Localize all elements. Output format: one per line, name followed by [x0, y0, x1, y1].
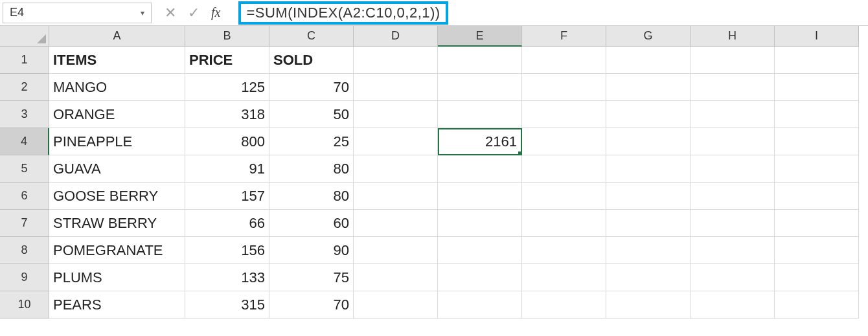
cell-B2[interactable]: 125 — [185, 74, 269, 101]
cell-C10[interactable]: 70 — [269, 291, 354, 319]
cell-I3[interactable] — [775, 101, 859, 128]
cell-E6[interactable] — [438, 183, 522, 210]
row-header-2[interactable]: 2 — [0, 74, 49, 101]
cell-A8[interactable]: POMEGRANATE — [49, 237, 185, 264]
cell-A6[interactable]: GOOSE BERRY — [49, 183, 185, 210]
cell-H6[interactable] — [691, 183, 775, 210]
col-header-F[interactable]: F — [522, 26, 606, 47]
cell-A4[interactable]: PINEAPPLE — [49, 128, 185, 155]
cell-D8[interactable] — [354, 237, 438, 264]
cell-H8[interactable] — [691, 237, 775, 264]
cell-B1[interactable]: PRICE — [185, 47, 269, 74]
cell-E8[interactable] — [438, 237, 522, 264]
name-box[interactable]: E4 ▾ — [3, 3, 152, 23]
cell-E4[interactable]: 2161 — [438, 128, 522, 155]
cell-G4[interactable] — [606, 128, 691, 155]
cell-A2[interactable]: MANGO — [49, 74, 185, 101]
cell-B9[interactable]: 133 — [185, 264, 269, 291]
row-header-9[interactable]: 9 — [0, 264, 49, 291]
cell-G1[interactable] — [606, 47, 691, 74]
cell-I10[interactable] — [775, 291, 859, 319]
cell-I5[interactable] — [775, 155, 859, 183]
formula-input[interactable]: =SUM(INDEX(A2:C10,0,2,1)) — [238, 1, 448, 25]
cell-E1[interactable] — [438, 47, 522, 74]
fx-icon[interactable]: fx — [211, 5, 220, 20]
cell-F7[interactable] — [522, 210, 606, 237]
row-header-1[interactable]: 1 — [0, 47, 49, 74]
select-all-corner[interactable] — [0, 26, 49, 47]
row-header-3[interactable]: 3 — [0, 101, 49, 128]
cell-D6[interactable] — [354, 183, 438, 210]
cell-D10[interactable] — [354, 291, 438, 319]
cell-F8[interactable] — [522, 237, 606, 264]
cell-B6[interactable]: 157 — [185, 183, 269, 210]
cell-A3[interactable]: ORANGE — [49, 101, 185, 128]
cell-E10[interactable] — [438, 291, 522, 319]
cell-I2[interactable] — [775, 74, 859, 101]
cell-G5[interactable] — [606, 155, 691, 183]
cell-A1[interactable]: ITEMS — [49, 47, 185, 74]
cell-B7[interactable]: 66 — [185, 210, 269, 237]
cell-D5[interactable] — [354, 155, 438, 183]
cell-F4[interactable] — [522, 128, 606, 155]
cell-E7[interactable] — [438, 210, 522, 237]
col-header-D[interactable]: D — [354, 26, 438, 47]
cell-G7[interactable] — [606, 210, 691, 237]
cell-G2[interactable] — [606, 74, 691, 101]
cell-D3[interactable] — [354, 101, 438, 128]
row-header-7[interactable]: 7 — [0, 210, 49, 237]
col-header-G[interactable]: G — [606, 26, 691, 47]
cell-B8[interactable]: 156 — [185, 237, 269, 264]
cell-D7[interactable] — [354, 210, 438, 237]
row-header-5[interactable]: 5 — [0, 155, 49, 183]
cell-C7[interactable]: 60 — [269, 210, 354, 237]
row-header-6[interactable]: 6 — [0, 183, 49, 210]
col-header-B[interactable]: B — [185, 26, 269, 47]
row-header-4[interactable]: 4 — [0, 128, 49, 155]
cell-H1[interactable] — [691, 47, 775, 74]
cell-I4[interactable] — [775, 128, 859, 155]
cell-I6[interactable] — [775, 183, 859, 210]
cell-E3[interactable] — [438, 101, 522, 128]
cell-H5[interactable] — [691, 155, 775, 183]
cell-A9[interactable]: PLUMS — [49, 264, 185, 291]
cell-H9[interactable] — [691, 264, 775, 291]
cell-H10[interactable] — [691, 291, 775, 319]
cell-H4[interactable] — [691, 128, 775, 155]
cell-C1[interactable]: SOLD — [269, 47, 354, 74]
cell-H3[interactable] — [691, 101, 775, 128]
col-header-A[interactable]: A — [49, 26, 185, 47]
cell-H2[interactable] — [691, 74, 775, 101]
cell-I9[interactable] — [775, 264, 859, 291]
cell-G3[interactable] — [606, 101, 691, 128]
cell-B4[interactable]: 800 — [185, 128, 269, 155]
cell-I1[interactable] — [775, 47, 859, 74]
cell-F6[interactable] — [522, 183, 606, 210]
cell-D4[interactable] — [354, 128, 438, 155]
cell-E5[interactable] — [438, 155, 522, 183]
cell-D9[interactable] — [354, 264, 438, 291]
cell-B5[interactable]: 91 — [185, 155, 269, 183]
cell-C4[interactable]: 25 — [269, 128, 354, 155]
cell-C3[interactable]: 50 — [269, 101, 354, 128]
row-header-8[interactable]: 8 — [0, 237, 49, 264]
cell-G10[interactable] — [606, 291, 691, 319]
cell-F1[interactable] — [522, 47, 606, 74]
cell-F2[interactable] — [522, 74, 606, 101]
cell-F9[interactable] — [522, 264, 606, 291]
cell-I7[interactable] — [775, 210, 859, 237]
cell-C6[interactable]: 80 — [269, 183, 354, 210]
cell-C9[interactable]: 75 — [269, 264, 354, 291]
col-header-C[interactable]: C — [269, 26, 354, 47]
cell-E9[interactable] — [438, 264, 522, 291]
cell-I8[interactable] — [775, 237, 859, 264]
cell-B3[interactable]: 318 — [185, 101, 269, 128]
cell-E2[interactable] — [438, 74, 522, 101]
cell-C8[interactable]: 90 — [269, 237, 354, 264]
cell-G6[interactable] — [606, 183, 691, 210]
cell-A10[interactable]: PEARS — [49, 291, 185, 319]
cell-B10[interactable]: 315 — [185, 291, 269, 319]
col-header-E[interactable]: E — [438, 26, 522, 47]
row-header-10[interactable]: 10 — [0, 291, 49, 319]
cancel-icon[interactable]: ✕ — [165, 5, 176, 21]
